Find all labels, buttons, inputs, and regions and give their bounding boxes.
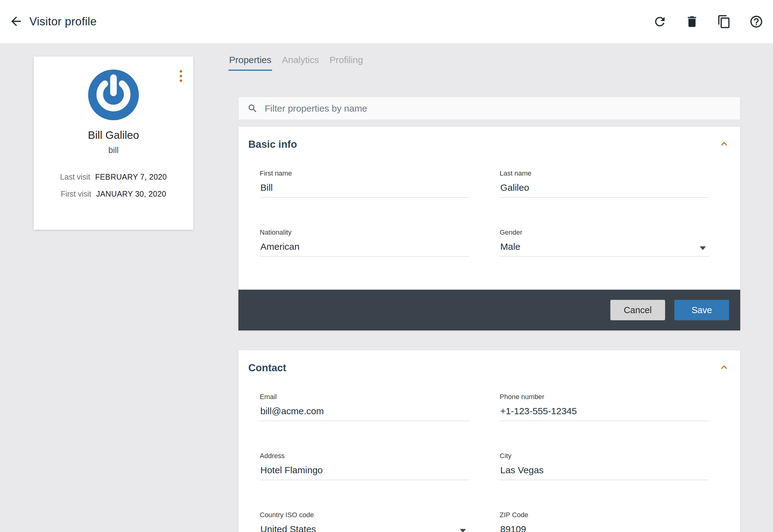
email-label: Email — [260, 393, 469, 401]
last-visit-value: FEBRUARY 7, 2020 — [95, 172, 167, 181]
city-input[interactable] — [500, 464, 709, 480]
phone-label: Phone number — [500, 393, 709, 401]
tab-properties[interactable]: Properties — [228, 53, 272, 71]
last-name-input[interactable] — [500, 182, 709, 198]
refresh-icon — [653, 15, 667, 29]
last-visit-label: Last visit — [60, 172, 90, 181]
address-input[interactable] — [260, 464, 469, 480]
contact-title: Contact — [248, 362, 286, 374]
gender-select[interactable]: Male — [500, 241, 709, 257]
basic-info-title: Basic info — [248, 138, 297, 150]
tab-analytics[interactable]: Analytics — [281, 53, 320, 71]
save-button[interactable]: Save — [674, 300, 729, 320]
dropdown-arrow-icon — [700, 246, 706, 250]
field-phone: Phone number — [500, 393, 709, 421]
basic-info-fields: First name Last name Nationality Gender … — [260, 169, 709, 257]
header-actions — [652, 0, 769, 43]
phone-input[interactable] — [500, 405, 709, 421]
field-address: Address — [260, 452, 469, 480]
delete-visitor-button[interactable] — [685, 14, 699, 29]
address-label: Address — [260, 452, 469, 460]
visitor-username: bill — [34, 146, 193, 155]
back-button[interactable] — [9, 14, 23, 29]
property-filter — [238, 97, 740, 120]
copy-icon — [717, 15, 731, 29]
field-country-iso: Country ISO code United States — [260, 511, 469, 532]
gender-label: Gender — [500, 228, 709, 236]
trash-icon — [685, 15, 699, 29]
contact-collapse-button[interactable] — [718, 361, 730, 374]
search-input[interactable] — [265, 97, 740, 120]
chevron-up-icon — [719, 362, 730, 373]
kebab-menu-icon — [180, 70, 182, 73]
visitor-card: Bill Galileo bill Last visit FEBRUARY 7,… — [34, 57, 193, 230]
help-button[interactable] — [749, 14, 764, 29]
field-city: City — [500, 452, 709, 480]
field-first-name: First name — [260, 169, 469, 198]
city-label: City — [500, 452, 709, 460]
visit-info: Last visit FEBRUARY 7, 2020 First visit … — [34, 172, 193, 198]
back-arrow-icon — [9, 14, 23, 28]
country-iso-value: United States — [260, 524, 316, 532]
first-visit-value: JANUARY 30, 2020 — [96, 189, 166, 198]
first-visit-row: First visit JANUARY 30, 2020 — [34, 189, 193, 198]
tab-bar: Properties Analytics Profiling — [228, 53, 364, 71]
field-gender: Gender Male — [500, 228, 709, 257]
first-name-input[interactable] — [260, 182, 469, 198]
more-options-button[interactable] — [178, 68, 184, 84]
basic-info-section: Basic info First name Last name National… — [238, 127, 740, 330]
visitor-name: Bill Galileo — [34, 129, 193, 141]
dropdown-arrow-icon — [460, 529, 466, 532]
refresh-button[interactable] — [652, 14, 667, 29]
field-zip: ZIP Code — [500, 511, 709, 532]
help-icon — [749, 15, 763, 29]
last-name-label: Last name — [500, 169, 709, 177]
nationality-input[interactable] — [260, 241, 469, 257]
field-email: Email — [260, 393, 469, 421]
country-iso-select[interactable]: United States — [260, 523, 469, 532]
contact-fields: Email Phone number Address City Country … — [260, 393, 709, 532]
tab-profiling[interactable]: Profiling — [329, 53, 364, 71]
country-iso-label: Country ISO code — [260, 511, 469, 519]
zip-label: ZIP Code — [500, 511, 709, 519]
field-nationality: Nationality — [260, 228, 469, 257]
nationality-label: Nationality — [260, 228, 469, 236]
search-icon — [247, 103, 258, 114]
contact-section: Contact Email Phone number Address City … — [238, 350, 740, 532]
cancel-button[interactable]: Cancel — [610, 300, 665, 320]
field-last-name: Last name — [500, 169, 709, 198]
zip-input[interactable] — [500, 523, 709, 532]
visitor-avatar — [88, 70, 139, 120]
last-visit-row: Last visit FEBRUARY 7, 2020 — [34, 172, 193, 181]
first-visit-label: First visit — [61, 189, 91, 198]
copy-button[interactable] — [717, 14, 732, 29]
save-bar: Cancel Save — [238, 290, 740, 330]
email-input[interactable] — [260, 405, 469, 421]
header: Visitor profile — [0, 0, 773, 43]
first-name-label: First name — [260, 169, 469, 177]
power-logo-icon — [88, 70, 139, 120]
chevron-up-icon — [719, 138, 730, 149]
gender-value: Male — [500, 241, 520, 252]
page-title: Visitor profile — [29, 0, 97, 43]
basic-info-collapse-button[interactable] — [718, 138, 730, 150]
